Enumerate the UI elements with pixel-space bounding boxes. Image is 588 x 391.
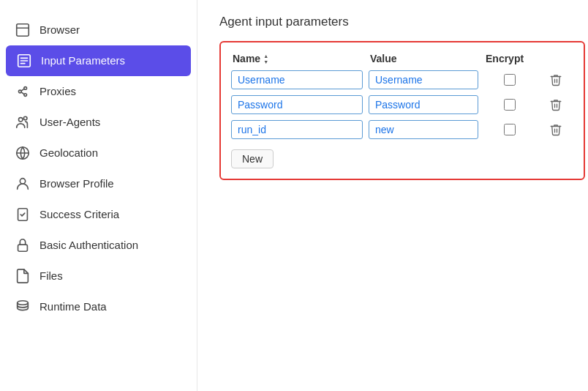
proxies-icon — [15, 83, 31, 100]
delete-cell-3 — [541, 122, 570, 138]
svg-line-9 — [21, 89, 24, 91]
delete-button-3[interactable] — [548, 122, 564, 138]
table-row — [231, 95, 573, 114]
sidebar-item-geolocation-label: Geolocation — [39, 146, 98, 160]
sidebar-item-browser-profile[interactable]: Browser Profile — [0, 168, 197, 199]
params-table-header: Name Value Encrypt — [231, 53, 573, 64]
sidebar-item-browser[interactable]: Browser — [0, 15, 197, 45]
sidebar-item-basic-authentication[interactable]: Basic Authentication — [0, 230, 197, 261]
input-params-icon — [16, 53, 32, 69]
table-row — [231, 70, 573, 89]
params-table-container: Name Value Encrypt — [219, 41, 585, 180]
sidebar-item-user-agents[interactable]: User-Agents — [0, 107, 197, 138]
delete-button-1[interactable] — [548, 72, 564, 88]
main-content: Agent input parameters Name Value Encryp… — [197, 0, 588, 391]
header-actions — [543, 53, 572, 64]
header-name: Name — [233, 53, 364, 64]
encrypt-cell-3 — [484, 124, 535, 135]
header-encrypt: Encrypt — [486, 53, 537, 64]
sidebar-item-files[interactable]: Files — [0, 261, 197, 291]
svg-line-10 — [21, 92, 24, 94]
geolocation-icon — [15, 145, 31, 161]
sort-icon[interactable] — [263, 53, 268, 64]
svg-rect-17 — [18, 245, 28, 251]
encrypt-checkbox-3[interactable] — [504, 124, 516, 135]
user-agents-icon — [15, 114, 31, 130]
sidebar-item-proxies[interactable]: Proxies — [0, 76, 197, 107]
delete-cell-2 — [541, 97, 570, 113]
runtime-data-icon — [15, 299, 31, 315]
sidebar-item-basic-authentication-label: Basic Authentication — [39, 238, 138, 253]
name-input-2[interactable] — [231, 95, 363, 114]
basic-auth-icon — [15, 237, 31, 253]
sidebar-item-runtime-data[interactable]: Runtime Data — [0, 291, 197, 322]
sidebar-item-success-criteria-label: Success Criteria — [39, 207, 119, 222]
sidebar-item-success-criteria[interactable]: Success Criteria — [0, 199, 197, 230]
sidebar-item-files-label: Files — [39, 269, 63, 283]
browser-profile-icon — [15, 176, 31, 192]
svg-point-12 — [23, 116, 27, 120]
encrypt-cell-2 — [484, 99, 535, 111]
page-title: Agent input parameters — [219, 15, 585, 29]
svg-point-15 — [20, 179, 25, 184]
success-criteria-icon — [15, 206, 31, 223]
sidebar-item-input-parameters-label: Input Parameters — [41, 53, 125, 68]
value-input-1[interactable] — [369, 70, 478, 89]
sidebar-item-input-parameters[interactable]: Input Parameters — [6, 45, 191, 76]
value-input-2[interactable] — [369, 95, 478, 114]
encrypt-cell-1 — [484, 74, 535, 86]
sidebar-item-browser-profile-label: Browser Profile — [39, 176, 114, 191]
encrypt-checkbox-1[interactable] — [504, 74, 516, 86]
svg-point-11 — [19, 118, 23, 122]
trash-icon — [549, 73, 562, 86]
trash-icon — [549, 123, 562, 136]
sidebar-item-runtime-data-label: Runtime Data — [39, 299, 107, 314]
trash-icon — [549, 98, 562, 111]
sidebar-item-browser-label: Browser — [39, 23, 80, 37]
header-value: Value — [370, 53, 480, 64]
delete-button-2[interactable] — [548, 97, 564, 113]
sidebar-item-proxies-label: Proxies — [39, 84, 76, 99]
svg-rect-0 — [17, 24, 29, 37]
name-input-1[interactable] — [231, 70, 363, 89]
encrypt-checkbox-2[interactable] — [504, 99, 516, 111]
new-button[interactable]: New — [231, 149, 274, 168]
delete-cell-1 — [541, 72, 570, 88]
table-row — [231, 120, 573, 139]
sidebar: Browser Input Parameters Proxies User-Ag… — [0, 0, 197, 391]
svg-point-18 — [18, 301, 29, 305]
name-input-3[interactable] — [231, 120, 363, 139]
browser-icon — [15, 22, 31, 38]
files-icon — [15, 268, 31, 284]
sidebar-item-user-agents-label: User-Agents — [39, 115, 100, 130]
value-input-3[interactable] — [369, 120, 478, 139]
sidebar-item-geolocation[interactable]: Geolocation — [0, 138, 197, 168]
